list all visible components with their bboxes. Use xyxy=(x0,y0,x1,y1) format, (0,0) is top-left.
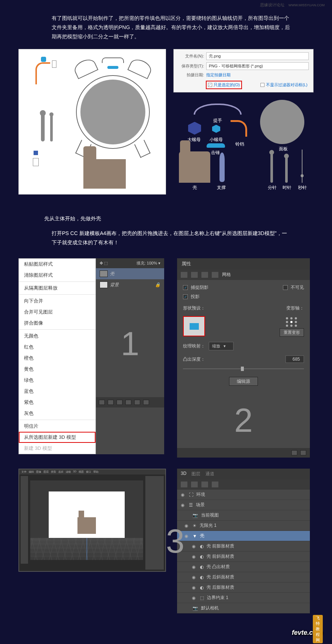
menu-blue[interactable]: 蓝色 xyxy=(19,386,96,397)
eye-icon[interactable]: ◉ xyxy=(192,564,197,570)
fx-icon[interactable] xyxy=(108,400,114,405)
mesh-label: 网格 xyxy=(222,272,231,278)
menu-no-color[interactable]: 无颜色 xyxy=(19,330,96,342)
layer-thumb-icon xyxy=(100,281,108,288)
hour-hand-shape xyxy=(50,114,53,141)
selected-only-label: 只是选定的(O) xyxy=(214,82,240,88)
layers-panel: ✥ ⬚ 填充: 100% ▾ 壳 背景 🔒 1 xyxy=(96,258,164,454)
support-part xyxy=(219,153,225,182)
extrude-depth-slider[interactable] xyxy=(183,367,304,371)
tab-channels[interactable]: 通道 xyxy=(205,471,214,477)
eye-icon[interactable]: ◉ xyxy=(181,503,186,508)
ps-right-panels[interactable] xyxy=(145,476,164,570)
save-dialog: 文件名(N): 壳.png 保存类型(T): PNG - 可移植网络图形 (*.… xyxy=(173,49,314,92)
scene-mat4[interactable]: ◉◐壳 后斜面材质 xyxy=(177,572,310,582)
menu-orange[interactable]: 橙色 xyxy=(19,353,96,364)
lock-icon: 🔒 xyxy=(155,282,160,287)
mask-icon[interactable] xyxy=(117,400,122,405)
scene-shell-mesh[interactable]: ◉▼壳 xyxy=(177,531,310,541)
menu-red[interactable]: 红色 xyxy=(19,342,96,353)
savetype-label: 保存类型(T): xyxy=(178,63,204,69)
scene-default-camera[interactable]: 📷默认相机 xyxy=(177,603,310,613)
new-icon[interactable] xyxy=(134,400,140,405)
eye-icon[interactable]: ◉ xyxy=(181,492,186,497)
menu-postcard[interactable]: 明信片 xyxy=(19,421,96,432)
scene-mat1[interactable]: ◉◐壳 前膨胀材质 xyxy=(177,541,310,552)
menu-clear-style[interactable]: 清除图层样式 xyxy=(19,270,96,281)
tab-layers[interactable]: 图层 xyxy=(191,471,200,477)
menu-green[interactable]: 绿色 xyxy=(19,375,96,386)
menu-merge-down[interactable]: 向下合并 xyxy=(19,295,96,307)
trash-icon[interactable] xyxy=(300,450,306,455)
layer-shell[interactable]: 壳 xyxy=(96,268,164,279)
menu-gray[interactable]: 灰色 xyxy=(19,408,96,419)
scene-boundary[interactable]: ◉⬚边界约束 1 xyxy=(177,593,310,603)
scene-env[interactable]: ◉⛶环境 xyxy=(177,490,310,500)
scene-scene[interactable]: ◉☰场景 xyxy=(177,500,310,510)
eye-icon[interactable]: ◉ xyxy=(184,533,190,539)
savetype-select[interactable]: PNG - 可移植网络图形 (*.png) xyxy=(206,62,309,70)
selected-only-checkbox[interactable]: ✓ 只是选定的(O) xyxy=(208,82,240,88)
camera-icon: 📷 xyxy=(193,513,198,518)
eye-icon[interactable]: ◉ xyxy=(192,544,197,549)
ps-toolbox[interactable] xyxy=(21,476,28,564)
filter-material-icon[interactable] xyxy=(201,482,208,487)
menu-new-3d-model[interactable]: 从所选图层新建 3D 模型 xyxy=(19,432,96,443)
step-number-1: 1 xyxy=(121,325,139,363)
fill-value[interactable]: 100% xyxy=(147,261,157,265)
menu-paste-style[interactable]: 粘贴图层样式 xyxy=(19,259,96,270)
menu-yellow[interactable]: 黄色 xyxy=(19,364,96,375)
scene-mat3[interactable]: ◉◐壳 凸出材质 xyxy=(177,562,310,572)
folder-icon[interactable] xyxy=(125,400,131,405)
material-icon: ◐ xyxy=(200,585,204,590)
ps-canvas[interactable] xyxy=(30,480,143,560)
move-icon: ✥ ⬚ xyxy=(100,261,108,266)
render-icon[interactable] xyxy=(291,450,297,455)
invisible-checkbox[interactable] xyxy=(283,285,288,290)
filename-input[interactable]: 壳.png xyxy=(206,52,309,60)
eye-icon[interactable]: ◉ xyxy=(192,554,197,559)
section2-body: 打开PS CC 新建横板A4画布，把壳的图片拖拽进去，在图层上名称上右键"从所选… xyxy=(0,227,332,258)
edit-source-button[interactable]: 编辑源 xyxy=(229,377,258,386)
catch-shadow-checkbox[interactable]: ✓ xyxy=(183,285,188,290)
scene-infinite-light[interactable]: ◉☀无限光 1 xyxy=(177,521,310,531)
cast-shadow-checkbox[interactable]: ✓ xyxy=(183,294,188,299)
coord-mode-icon[interactable] xyxy=(212,272,218,278)
eye-icon[interactable]: ◉ xyxy=(192,585,197,590)
menu-merge-visible[interactable]: 合并可见图层 xyxy=(19,307,96,318)
tab-3d[interactable]: 3D xyxy=(181,471,186,477)
layer-background[interactable]: 背景 🔒 xyxy=(96,279,164,290)
mesh-mode-icon[interactable] xyxy=(181,272,187,278)
nofilter-checkbox[interactable]: 不显示过滤器对话框(L) xyxy=(260,81,307,89)
cap-mode-icon[interactable] xyxy=(201,272,208,278)
bell-right-icon xyxy=(127,56,153,79)
filter-light-icon[interactable] xyxy=(212,482,218,487)
eye-icon[interactable]: ◉ xyxy=(192,595,197,601)
date-link[interactable]: 指定拍摄日期 xyxy=(206,72,231,78)
material-icon: ◐ xyxy=(200,564,204,570)
scene-mat2[interactable]: ◉◐壳 前斜面材质 xyxy=(177,552,310,562)
deform-mode-icon[interactable] xyxy=(191,272,198,278)
filter-mesh-icon[interactable] xyxy=(191,482,198,487)
cast-shadow-label: 投影 xyxy=(191,294,200,300)
context-menu: 粘贴图层样式 清除图层样式 从隔离图层释放 向下合并 合并可见图层 拼合图像 无… xyxy=(18,258,96,454)
scene-current-view[interactable]: 📷当前视图 xyxy=(177,510,310,521)
deform-axis-grid[interactable] xyxy=(286,317,298,327)
bignut-part xyxy=(188,122,201,135)
texture-map-select[interactable]: 缩放 ▾ xyxy=(209,342,234,350)
clock-face xyxy=(76,75,150,149)
menu-release-iso[interactable]: 从隔离图层释放 xyxy=(19,283,96,294)
menu-violet[interactable]: 紫色 xyxy=(19,397,96,408)
extrude-depth-input[interactable]: 685 xyxy=(286,356,304,363)
eye-icon[interactable]: ◉ xyxy=(184,523,190,528)
filename-label: 文件名(N): xyxy=(178,53,204,59)
eye-icon[interactable]: ◉ xyxy=(192,575,197,580)
scene-mat5[interactable]: ◉◐壳 后膨胀材质 xyxy=(177,582,310,593)
menu-flatten[interactable]: 拼合图像 xyxy=(19,318,96,329)
link-icon[interactable] xyxy=(99,400,105,405)
trash-icon[interactable] xyxy=(143,400,149,405)
filter-all-icon[interactable] xyxy=(181,482,187,487)
reset-deform-button[interactable]: 重置变形 xyxy=(280,328,304,337)
shape-preset-dropdown[interactable] xyxy=(183,316,205,336)
hammer-rect xyxy=(52,60,56,68)
